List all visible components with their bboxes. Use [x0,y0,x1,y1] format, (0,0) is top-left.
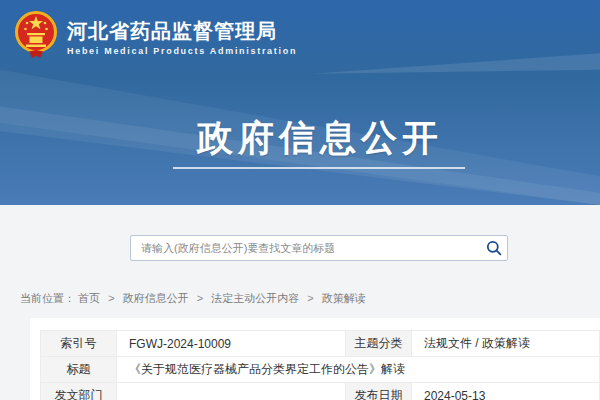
search-input[interactable] [131,236,481,260]
content-panel: 索引号 FGWJ-2024-10009 主题分类 法规文件 / 政策解读 标题 … [30,318,600,400]
search-button[interactable] [481,236,507,260]
breadcrumb-separator: > [197,292,203,304]
breadcrumb-item-home[interactable]: 首页 [78,292,100,304]
title-value: 《关于规范医疗器械产品分类界定工作的公告》解读 [117,357,600,383]
banner-title: 政府信息公开 [40,114,600,163]
table-row: 索引号 FGWJ-2024-10009 主题分类 法规文件 / 政策解读 [41,331,600,357]
document-detail-table: 索引号 FGWJ-2024-10009 主题分类 法规文件 / 政策解读 标题 … [40,330,600,400]
breadcrumb-separator: > [108,292,114,304]
category-label: 主题分类 [346,331,412,357]
breadcrumb-prefix: 当前位置： [20,292,75,304]
department-label: 发文部门 [41,383,117,400]
national-emblem-icon [14,6,58,64]
index-number-value: FGWJ-2024-10009 [117,331,346,357]
site-subtitle: Hebei Medical Products Administration [67,46,297,56]
breadcrumb-separator: > [307,292,313,304]
breadcrumb-item-statutory-disclosure[interactable]: 法定主动公开内容 [211,292,299,304]
publish-date-value: 2024-05-13 [412,383,600,400]
search-icon [486,240,502,256]
search-box [130,235,508,261]
site-title: 河北省药品监督管理局 [67,20,297,42]
breadcrumb-item-policy-interpretation[interactable]: 政策解读 [322,292,366,304]
title-label: 标题 [41,357,117,383]
site-brand-text: 河北省药品监督管理局 Hebei Medical Products Admini… [67,20,297,56]
site-brand: 河北省药品监督管理局 Hebei Medical Products Admini… [14,6,297,64]
page: 河北省药品监督管理局 Hebei Medical Products Admini… [0,0,600,400]
table-row: 标题 《关于规范医疗器械产品分类界定工作的公告》解读 [41,357,600,383]
department-value [117,383,346,400]
index-number-label: 索引号 [41,331,117,357]
breadcrumb-item-gov-info[interactable]: 政府信息公开 [123,292,189,304]
breadcrumb: 当前位置： 首页 > 政府信息公开 > 法定主动公开内容 > 政策解读 [20,291,366,306]
hero-banner: 河北省药品监督管理局 Hebei Medical Products Admini… [0,0,600,205]
publish-date-label: 发布日期 [346,383,412,400]
table-row: 发文部门 发布日期 2024-05-13 [41,383,600,400]
category-value: 法规文件 / 政策解读 [412,331,600,357]
banner-underline [173,167,465,169]
